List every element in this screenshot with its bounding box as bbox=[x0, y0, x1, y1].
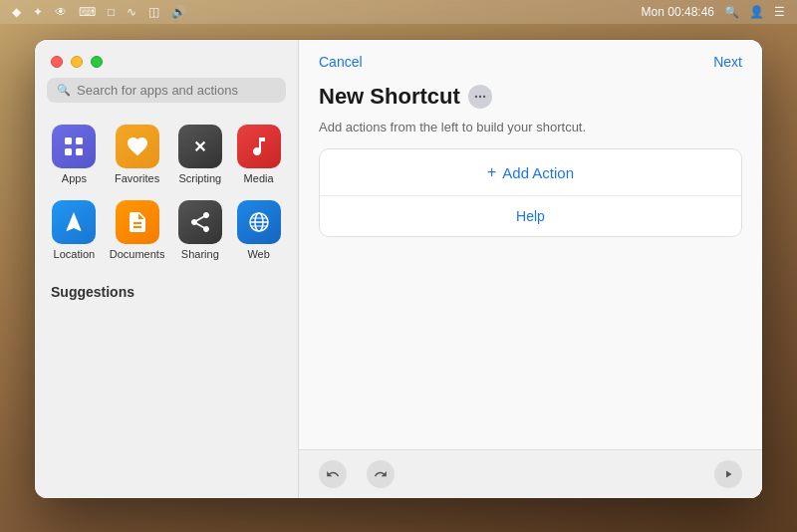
undo-button[interactable] bbox=[319, 460, 347, 488]
eye-icon: 👁 bbox=[55, 5, 67, 19]
apple-icon: ◆ bbox=[12, 5, 21, 19]
menubar-left: ◆ ✦ 👁 ⌨ □ ∿ ◫ 🔊 bbox=[12, 5, 186, 19]
web-icon bbox=[237, 200, 281, 244]
next-button[interactable]: Next bbox=[713, 54, 742, 70]
search-input[interactable] bbox=[77, 83, 276, 98]
sidebar: 🔍 Apps bbox=[35, 40, 299, 498]
redo-button[interactable] bbox=[367, 460, 395, 488]
apps-label: Apps bbox=[62, 172, 87, 184]
category-favorites[interactable]: Favorites bbox=[106, 119, 169, 190]
category-scripting[interactable]: ✕ Scripting bbox=[172, 119, 227, 190]
dropbox-icon: ✦ bbox=[33, 5, 43, 19]
scripting-icon: ✕ bbox=[178, 125, 222, 168]
svg-rect-1 bbox=[76, 137, 83, 144]
location-icon bbox=[52, 200, 96, 244]
favorites-icon bbox=[116, 125, 159, 168]
shortcut-title: New Shortcut bbox=[319, 84, 460, 110]
close-button[interactable] bbox=[51, 56, 63, 68]
search-icon[interactable]: 🔍 bbox=[724, 5, 739, 19]
svg-rect-3 bbox=[76, 148, 83, 155]
svg-text:✕: ✕ bbox=[193, 138, 206, 155]
bottom-controls bbox=[319, 460, 395, 488]
keyboard-icon: ⌨ bbox=[79, 5, 96, 19]
svg-point-12 bbox=[483, 96, 485, 98]
sharing-icon bbox=[178, 200, 222, 244]
menubar-right: Mon 00:48:46 🔍 👤 ☰ bbox=[642, 5, 785, 19]
documents-icon bbox=[116, 200, 159, 244]
cancel-button[interactable]: Cancel bbox=[319, 54, 363, 70]
subtitle: Add actions from the left to build your … bbox=[299, 116, 762, 148]
square-icon: □ bbox=[108, 5, 115, 19]
search-icon: 🔍 bbox=[57, 84, 71, 97]
location-label: Location bbox=[54, 248, 96, 260]
suggestions-label: Suggestions bbox=[51, 284, 134, 300]
category-sharing[interactable]: Sharing bbox=[172, 194, 227, 266]
wifi-icon: ∿ bbox=[127, 5, 136, 19]
user-icon[interactable]: 👤 bbox=[749, 5, 764, 19]
search-bar[interactable]: 🔍 bbox=[47, 78, 286, 103]
add-action-label: Add Action bbox=[502, 164, 574, 181]
sharing-label: Sharing bbox=[181, 248, 219, 260]
title-bar: New Shortcut bbox=[299, 80, 762, 116]
cast-icon: ◫ bbox=[148, 5, 159, 19]
help-button[interactable]: Help bbox=[320, 196, 741, 236]
shortcuts-window: 🔍 Apps bbox=[35, 40, 762, 498]
apps-icon bbox=[52, 125, 96, 168]
menubar-time: Mon 00:48:46 bbox=[642, 5, 714, 19]
main-content: Cancel Next New Shortcut Add actions fro… bbox=[299, 40, 762, 498]
play-button[interactable] bbox=[714, 460, 742, 488]
suggestions-header: Suggestions bbox=[35, 272, 298, 306]
svg-point-10 bbox=[475, 96, 477, 98]
plus-icon: + bbox=[487, 163, 496, 181]
bottom-bar bbox=[299, 449, 762, 498]
scripting-label: Scripting bbox=[178, 172, 221, 184]
volume-icon: 🔊 bbox=[171, 5, 186, 19]
svg-rect-0 bbox=[65, 137, 72, 144]
action-area: + Add Action Help bbox=[319, 148, 742, 237]
favorites-label: Favorites bbox=[115, 172, 159, 184]
svg-rect-2 bbox=[65, 148, 72, 155]
svg-point-11 bbox=[479, 96, 481, 98]
category-apps[interactable]: Apps bbox=[47, 119, 102, 190]
media-label: Media bbox=[244, 172, 274, 184]
category-documents[interactable]: Documents bbox=[106, 194, 169, 266]
category-media[interactable]: Media bbox=[231, 119, 286, 190]
top-bar: Cancel Next bbox=[299, 40, 762, 80]
traffic-lights bbox=[35, 40, 298, 78]
media-icon bbox=[237, 125, 281, 168]
maximize-button[interactable] bbox=[91, 56, 103, 68]
category-grid: Apps Favorites ✕ Scripting bbox=[35, 113, 298, 272]
menu-icon[interactable]: ☰ bbox=[774, 5, 785, 19]
minimize-button[interactable] bbox=[71, 56, 83, 68]
add-action-button[interactable]: + Add Action bbox=[320, 149, 741, 196]
category-web[interactable]: Web bbox=[231, 194, 286, 266]
more-button[interactable] bbox=[468, 85, 492, 109]
web-label: Web bbox=[247, 248, 269, 260]
documents-label: Documents bbox=[110, 248, 165, 260]
category-location[interactable]: Location bbox=[47, 194, 102, 266]
menubar: ◆ ✦ 👁 ⌨ □ ∿ ◫ 🔊 Mon 00:48:46 🔍 👤 ☰ bbox=[0, 0, 797, 24]
